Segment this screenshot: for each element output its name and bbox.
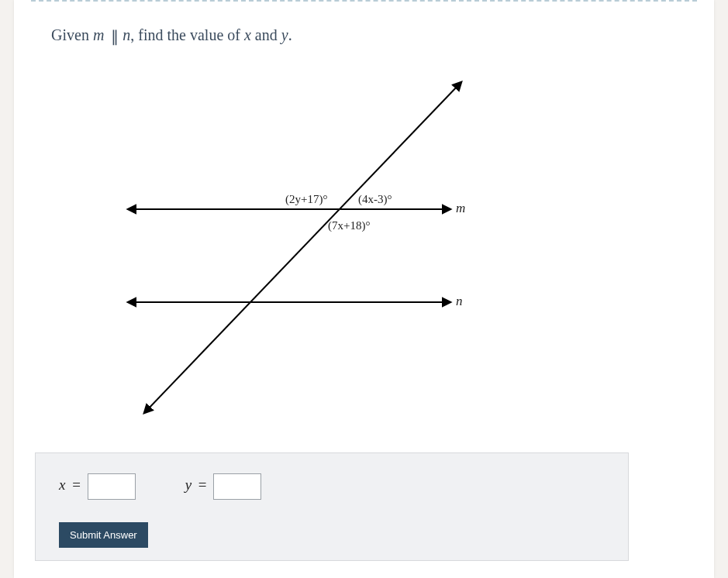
y-label: y [185, 477, 191, 493]
figure-svg: m n (2y+17)° (4x-3)° (7x+18)° [53, 70, 502, 418]
question-prompt: Given m ∥ n, find the value of x and y. [51, 26, 292, 46]
line-m-label: m [456, 201, 465, 215]
var-m: m [93, 26, 104, 43]
transversal [146, 84, 460, 411]
y-input[interactable] [213, 473, 261, 500]
top-dashed-rule [31, 0, 697, 2]
prompt-text-before: Given [51, 26, 93, 43]
angle-top-left: (2y+17)° [285, 193, 327, 206]
var-y: y [281, 26, 288, 43]
x-label: x [59, 477, 65, 493]
var-n: n [122, 26, 130, 43]
geometry-figure: m n (2y+17)° (4x-3)° (7x+18)° [53, 70, 502, 418]
prompt-period: . [288, 26, 292, 43]
prompt-text-and: and [251, 26, 281, 43]
parallel-symbol: ∥ [111, 27, 116, 46]
answer-area: x = y = Submit Answer [35, 452, 629, 561]
x-input[interactable] [88, 473, 136, 500]
equals-sign-2: = [198, 477, 207, 493]
angle-top-right: (4x-3)° [358, 193, 392, 206]
angle-below: (7x+18)° [328, 219, 370, 232]
x-equation: x = [59, 473, 136, 500]
prompt-text-after1: , find the value of [130, 26, 244, 43]
line-n-label: n [456, 294, 463, 308]
sheet: Given m ∥ n, find the value of x and y. … [14, 0, 714, 578]
var-x: x [244, 26, 251, 43]
y-equation: y = [185, 473, 262, 500]
page: Given m ∥ n, find the value of x and y. … [0, 0, 728, 578]
equals-sign: = [72, 477, 81, 493]
submit-button[interactable]: Submit Answer [59, 522, 148, 548]
